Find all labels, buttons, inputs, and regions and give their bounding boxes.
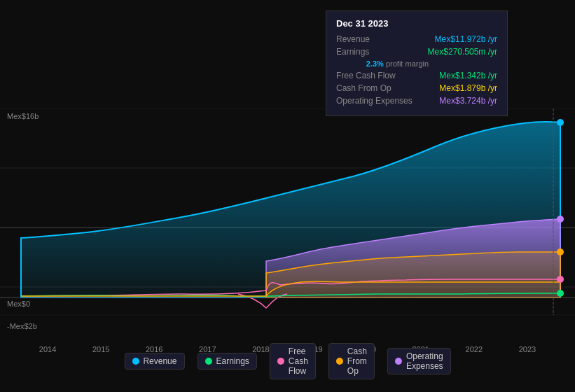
tooltip-label-revenue: Revenue bbox=[336, 34, 413, 44]
tooltip: Dec 31 2023 Revenue Mex$11.972b /yr Earn… bbox=[326, 10, 508, 116]
cashfromop-dot bbox=[557, 248, 564, 255]
x-label-2015: 2015 bbox=[92, 345, 109, 354]
tooltip-row-revenue: Revenue Mex$11.972b /yr bbox=[336, 34, 497, 44]
profit-pct: 2.3% bbox=[366, 59, 384, 68]
cashfromop-legend-label: Cash From Op bbox=[347, 346, 367, 376]
legend-item-cashfromop[interactable]: Cash From Op bbox=[328, 343, 375, 379]
earnings-dot bbox=[557, 290, 564, 297]
tooltip-row-earnings: Earnings Mex$270.505m /yr bbox=[336, 47, 497, 57]
tooltip-label-fcf: Free Cash Flow bbox=[336, 71, 413, 80]
x-label-2014: 2014 bbox=[39, 345, 56, 354]
opex-legend-label: Operating Expenses bbox=[406, 351, 443, 371]
revenue-dot bbox=[557, 119, 564, 126]
tooltip-row-opex: Operating Expenses Mex$3.724b /yr bbox=[336, 96, 497, 106]
legend-item-revenue[interactable]: Revenue bbox=[124, 353, 184, 370]
earnings-legend-label: Earnings bbox=[216, 356, 249, 366]
tooltip-row-cashfromop: Cash From Op Mex$1.879b /yr bbox=[336, 83, 497, 93]
chart-container: Dec 31 2023 Revenue Mex$11.972b /yr Earn… bbox=[0, 0, 575, 392]
revenue-legend-label: Revenue bbox=[143, 356, 176, 366]
legend: Revenue Earnings Free Cash Flow Cash Fro… bbox=[124, 343, 450, 379]
tooltip-label-earnings: Earnings bbox=[336, 47, 413, 57]
x-label-2022: 2022 bbox=[466, 345, 483, 354]
chart-svg bbox=[0, 108, 575, 346]
tooltip-label-cashfromop: Cash From Op bbox=[336, 83, 413, 93]
fcf-dot bbox=[557, 276, 564, 283]
tooltip-value-cashfromop: Mex$1.879b /yr bbox=[439, 83, 497, 93]
opex-dot bbox=[557, 216, 564, 223]
tooltip-title: Dec 31 2023 bbox=[336, 18, 497, 29]
tooltip-row-fcf: Free Cash Flow Mex$1.342b /yr bbox=[336, 71, 497, 80]
tooltip-value-opex: Mex$3.724b /yr bbox=[439, 96, 497, 106]
tooltip-value-fcf: Mex$1.342b /yr bbox=[439, 71, 497, 80]
earnings-legend-dot bbox=[205, 358, 212, 365]
tooltip-value-earnings: Mex$270.505m /yr bbox=[428, 47, 497, 57]
cashfromop-legend-dot bbox=[336, 358, 343, 365]
tooltip-value-revenue: Mex$11.972b /yr bbox=[435, 34, 497, 44]
tooltip-label-opex: Operating Expenses bbox=[336, 96, 413, 106]
legend-item-opex[interactable]: Operating Expenses bbox=[387, 348, 451, 374]
revenue-legend-dot bbox=[132, 358, 139, 365]
x-label-2023: 2023 bbox=[519, 345, 536, 354]
fcf-legend-label: Free Cash Flow bbox=[289, 346, 308, 376]
legend-item-fcf[interactable]: Free Cash Flow bbox=[270, 343, 316, 379]
tooltip-profit-margin: 2.3% profit margin bbox=[336, 59, 497, 68]
opex-legend-dot bbox=[395, 358, 402, 365]
fcf-legend-dot bbox=[277, 358, 284, 365]
legend-item-earnings[interactable]: Earnings bbox=[197, 353, 256, 370]
